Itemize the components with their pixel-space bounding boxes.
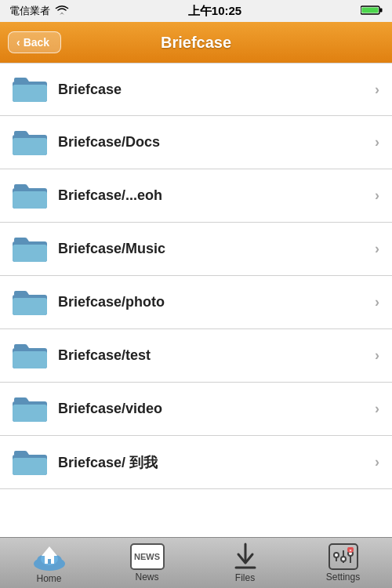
item-label: Briefcase/Music	[58, 241, 375, 257]
file-list: Briefcase›Briefcase/Docs›Briefcase/...eo…	[0, 63, 392, 537]
svg-rect-6	[13, 138, 47, 155]
list-item[interactable]: Briefcase/video›	[0, 383, 392, 436]
svg-rect-25	[48, 559, 51, 564]
list-item[interactable]: Briefcase/test›	[0, 329, 392, 383]
chevron-right-icon: ›	[375, 454, 379, 470]
battery-icon	[361, 5, 383, 18]
chevron-right-icon: ›	[375, 82, 379, 98]
tab-files[interactable]: Files	[202, 539, 289, 586]
list-item[interactable]: Briefcase/Docs›	[0, 116, 392, 169]
tab-settings[interactable]: × Settings	[300, 539, 387, 586]
folder-icon	[13, 182, 47, 210]
item-label: Briefcase/Docs	[58, 134, 375, 151]
chevron-right-icon: ›	[375, 241, 379, 257]
tab-home[interactable]: Home	[6, 539, 93, 586]
folder-icon	[13, 395, 47, 423]
tab-settings-label: Settings	[326, 572, 360, 583]
chevron-right-icon: ›	[375, 401, 379, 417]
settings-icon: ×	[328, 543, 358, 570]
status-left: 電信業者	[9, 4, 69, 18]
item-label: Briefcase/video	[58, 401, 375, 417]
folder-icon	[13, 235, 47, 263]
wifi-icon	[55, 5, 69, 18]
news-icon-text: NEWS	[134, 552, 160, 561]
news-icon: NEWS	[130, 543, 165, 570]
chevron-right-icon: ›	[375, 187, 379, 204]
folder-icon	[13, 289, 47, 317]
svg-point-31	[341, 557, 346, 561]
folder-icon	[13, 448, 47, 477]
files-icon	[233, 543, 258, 571]
folder-icon	[13, 75, 47, 103]
svg-rect-12	[13, 298, 47, 315]
svg-rect-1	[380, 8, 383, 12]
svg-rect-8	[13, 191, 47, 209]
tab-bar: Home NEWS News Files	[0, 537, 392, 588]
folder-icon	[13, 342, 47, 370]
svg-text:×: ×	[349, 548, 352, 553]
tab-home-label: Home	[36, 573, 61, 584]
list-item[interactable]: Briefcase/ 到我›	[0, 436, 392, 489]
chevron-right-icon: ›	[375, 134, 379, 151]
home-icon	[31, 542, 67, 572]
item-label: Briefcase	[58, 82, 375, 98]
svg-rect-14	[13, 351, 47, 368]
nav-title: Briefcase	[161, 34, 231, 52]
folder-icon	[13, 129, 47, 157]
list-item[interactable]: Briefcase/...eoh›	[0, 169, 392, 223]
back-label: Back	[24, 36, 49, 49]
item-label: Briefcase/test	[58, 347, 375, 364]
list-item[interactable]: Briefcase/photo›	[0, 276, 392, 329]
back-button[interactable]: ‹ Back	[8, 31, 61, 53]
svg-rect-4	[13, 85, 47, 102]
list-item[interactable]: Briefcase/Music›	[0, 223, 392, 276]
item-label: Briefcase/...eoh	[58, 187, 375, 204]
tab-news[interactable]: NEWS News	[104, 539, 191, 586]
carrier-label: 電信業者	[9, 4, 50, 18]
tab-files-label: Files	[235, 572, 255, 583]
back-chevron-icon: ‹	[16, 36, 20, 49]
svg-rect-18	[13, 458, 47, 475]
list-item[interactable]: Briefcase›	[0, 63, 392, 116]
chevron-right-icon: ›	[375, 347, 379, 364]
status-bar: 電信業者 上午10:25	[0, 0, 392, 22]
status-time: 上午10:25	[188, 4, 241, 19]
status-right	[361, 5, 383, 18]
svg-marker-23	[42, 546, 57, 556]
item-label: Briefcase/photo	[58, 294, 375, 310]
nav-bar: ‹ Back Briefcase	[0, 22, 392, 63]
svg-point-29	[334, 553, 339, 557]
tab-news-label: News	[135, 572, 158, 583]
item-label: Briefcase/ 到我	[58, 453, 375, 472]
chevron-right-icon: ›	[375, 294, 379, 310]
svg-rect-2	[362, 7, 379, 13]
svg-rect-16	[13, 405, 47, 422]
svg-rect-10	[13, 245, 47, 262]
